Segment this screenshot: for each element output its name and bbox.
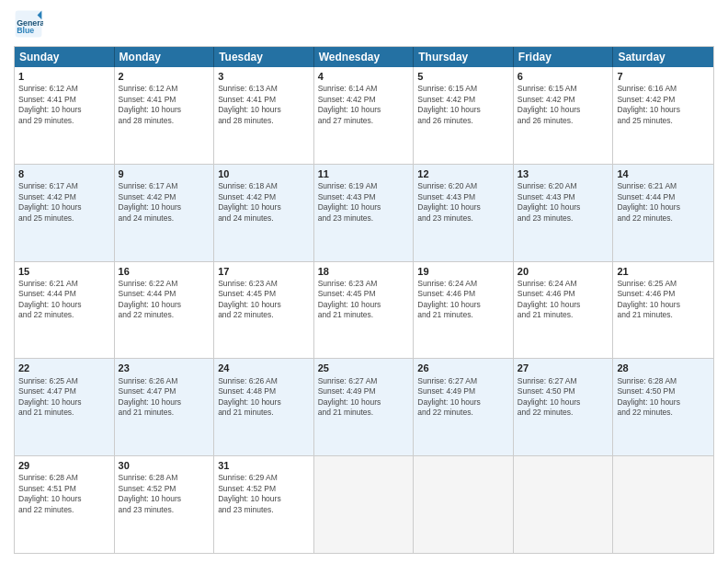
day-cell-4: 4Sunrise: 6:14 AM Sunset: 4:42 PM Daylig…	[314, 67, 415, 164]
day-number: 29	[18, 459, 110, 472]
day-info: Sunrise: 6:25 AM Sunset: 4:46 PM Dayligh…	[617, 279, 710, 321]
day-info: Sunrise: 6:28 AM Sunset: 4:52 PM Dayligh…	[119, 473, 210, 515]
day-number: 11	[318, 167, 410, 180]
empty-cell	[514, 456, 614, 553]
header-cell-thursday: Thursday	[414, 47, 514, 67]
calendar: SundayMondayTuesdayWednesdayThursdayFrid…	[14, 46, 714, 554]
day-info: Sunrise: 6:28 AM Sunset: 4:50 PM Dayligh…	[617, 376, 710, 419]
day-info: Sunrise: 6:27 AM Sunset: 4:50 PM Dayligh…	[518, 376, 609, 419]
day-info: Sunrise: 6:12 AM Sunset: 4:41 PM Dayligh…	[119, 84, 210, 126]
day-cell-22: 22Sunrise: 6:25 AM Sunset: 4:47 PM Dayli…	[15, 359, 115, 455]
day-cell-24: 24Sunrise: 6:26 AM Sunset: 4:48 PM Dayli…	[214, 359, 314, 455]
calendar-row-1: 8Sunrise: 6:17 AM Sunset: 4:42 PM Daylig…	[15, 164, 713, 261]
calendar-row-4: 29Sunrise: 6:28 AM Sunset: 4:51 PM Dayli…	[15, 455, 713, 553]
logo-icon: General Blue	[14, 9, 43, 39]
day-number: 7	[617, 70, 710, 83]
day-number: 2	[119, 70, 210, 83]
day-number: 27	[518, 362, 609, 374]
day-info: Sunrise: 6:17 AM Sunset: 4:42 PM Dayligh…	[119, 181, 210, 224]
day-cell-25: 25Sunrise: 6:27 AM Sunset: 4:49 PM Dayli…	[314, 359, 415, 455]
day-cell-6: 6Sunrise: 6:15 AM Sunset: 4:42 PM Daylig…	[514, 67, 614, 164]
day-number: 5	[417, 70, 509, 83]
header-cell-saturday: Saturday	[613, 47, 713, 67]
day-info: Sunrise: 6:22 AM Sunset: 4:44 PM Dayligh…	[119, 279, 210, 321]
day-info: Sunrise: 6:26 AM Sunset: 4:48 PM Dayligh…	[218, 376, 310, 419]
calendar-header: SundayMondayTuesdayWednesdayThursdayFrid…	[15, 47, 713, 67]
day-info: Sunrise: 6:20 AM Sunset: 4:43 PM Dayligh…	[417, 181, 509, 224]
day-info: Sunrise: 6:18 AM Sunset: 4:42 PM Dayligh…	[218, 181, 310, 224]
header-cell-friday: Friday	[514, 47, 614, 67]
calendar-row-3: 22Sunrise: 6:25 AM Sunset: 4:47 PM Dayli…	[15, 358, 713, 455]
day-cell-13: 13Sunrise: 6:20 AM Sunset: 4:43 PM Dayli…	[514, 165, 614, 261]
day-info: Sunrise: 6:24 AM Sunset: 4:46 PM Dayligh…	[518, 279, 609, 321]
day-info: Sunrise: 6:24 AM Sunset: 4:46 PM Dayligh…	[417, 279, 509, 321]
day-cell-15: 15Sunrise: 6:21 AM Sunset: 4:44 PM Dayli…	[15, 262, 115, 359]
day-cell-1: 1Sunrise: 6:12 AM Sunset: 4:41 PM Daylig…	[15, 67, 115, 164]
day-number: 19	[417, 265, 509, 278]
svg-text:Blue: Blue	[17, 26, 34, 35]
day-number: 8	[18, 167, 110, 180]
header-cell-wednesday: Wednesday	[314, 47, 415, 67]
day-number: 10	[218, 167, 310, 180]
day-number: 4	[318, 70, 410, 83]
day-number: 21	[617, 265, 710, 278]
day-info: Sunrise: 6:17 AM Sunset: 4:42 PM Dayligh…	[18, 181, 110, 224]
day-info: Sunrise: 6:16 AM Sunset: 4:42 PM Dayligh…	[617, 84, 710, 126]
day-number: 1	[18, 70, 110, 83]
day-cell-19: 19Sunrise: 6:24 AM Sunset: 4:46 PM Dayli…	[414, 262, 514, 359]
day-cell-30: 30Sunrise: 6:28 AM Sunset: 4:52 PM Dayli…	[115, 456, 215, 553]
day-number: 15	[18, 265, 110, 278]
day-number: 3	[218, 70, 310, 83]
day-number: 28	[617, 362, 710, 374]
day-number: 9	[119, 167, 210, 180]
day-cell-2: 2Sunrise: 6:12 AM Sunset: 4:41 PM Daylig…	[115, 67, 215, 164]
day-info: Sunrise: 6:25 AM Sunset: 4:47 PM Dayligh…	[18, 376, 110, 419]
calendar-row-0: 1Sunrise: 6:12 AM Sunset: 4:41 PM Daylig…	[15, 67, 713, 164]
page: General Blue SundayMondayTuesdayWednesda…	[0, 0, 728, 563]
day-number: 17	[218, 265, 310, 278]
day-info: Sunrise: 6:21 AM Sunset: 4:44 PM Dayligh…	[18, 279, 110, 321]
header: General Blue	[14, 9, 714, 39]
day-info: Sunrise: 6:14 AM Sunset: 4:42 PM Dayligh…	[318, 84, 410, 126]
day-cell-16: 16Sunrise: 6:22 AM Sunset: 4:44 PM Dayli…	[115, 262, 215, 359]
day-cell-5: 5Sunrise: 6:15 AM Sunset: 4:42 PM Daylig…	[414, 67, 514, 164]
empty-cell	[414, 456, 514, 553]
day-cell-27: 27Sunrise: 6:27 AM Sunset: 4:50 PM Dayli…	[514, 359, 614, 455]
day-number: 18	[318, 265, 410, 278]
day-number: 31	[218, 459, 310, 472]
day-info: Sunrise: 6:12 AM Sunset: 4:41 PM Dayligh…	[18, 84, 110, 126]
day-number: 22	[18, 362, 110, 374]
calendar-row-2: 15Sunrise: 6:21 AM Sunset: 4:44 PM Dayli…	[15, 261, 713, 359]
day-cell-8: 8Sunrise: 6:17 AM Sunset: 4:42 PM Daylig…	[15, 165, 115, 261]
header-cell-sunday: Sunday	[15, 47, 115, 67]
day-cell-10: 10Sunrise: 6:18 AM Sunset: 4:42 PM Dayli…	[214, 165, 314, 261]
day-number: 30	[119, 459, 210, 472]
day-info: Sunrise: 6:27 AM Sunset: 4:49 PM Dayligh…	[417, 376, 509, 419]
day-info: Sunrise: 6:21 AM Sunset: 4:44 PM Dayligh…	[617, 181, 710, 224]
day-number: 16	[119, 265, 210, 278]
day-info: Sunrise: 6:19 AM Sunset: 4:43 PM Dayligh…	[318, 181, 410, 224]
day-cell-28: 28Sunrise: 6:28 AM Sunset: 4:50 PM Dayli…	[613, 359, 713, 455]
empty-cell	[314, 456, 415, 553]
day-number: 24	[218, 362, 310, 374]
day-info: Sunrise: 6:23 AM Sunset: 4:45 PM Dayligh…	[218, 279, 310, 321]
day-number: 6	[518, 70, 609, 83]
day-cell-14: 14Sunrise: 6:21 AM Sunset: 4:44 PM Dayli…	[613, 165, 713, 261]
day-cell-3: 3Sunrise: 6:13 AM Sunset: 4:41 PM Daylig…	[214, 67, 314, 164]
day-cell-29: 29Sunrise: 6:28 AM Sunset: 4:51 PM Dayli…	[15, 456, 115, 553]
day-cell-9: 9Sunrise: 6:17 AM Sunset: 4:42 PM Daylig…	[115, 165, 215, 261]
day-cell-23: 23Sunrise: 6:26 AM Sunset: 4:47 PM Dayli…	[115, 359, 215, 455]
day-info: Sunrise: 6:20 AM Sunset: 4:43 PM Dayligh…	[518, 181, 609, 224]
header-cell-tuesday: Tuesday	[214, 47, 314, 67]
logo: General Blue	[14, 9, 47, 39]
day-cell-26: 26Sunrise: 6:27 AM Sunset: 4:49 PM Dayli…	[414, 359, 514, 455]
day-number: 25	[318, 362, 410, 374]
day-number: 13	[518, 167, 609, 180]
day-info: Sunrise: 6:15 AM Sunset: 4:42 PM Dayligh…	[417, 84, 509, 126]
day-info: Sunrise: 6:13 AM Sunset: 4:41 PM Dayligh…	[218, 84, 310, 126]
day-cell-12: 12Sunrise: 6:20 AM Sunset: 4:43 PM Dayli…	[414, 165, 514, 261]
day-info: Sunrise: 6:27 AM Sunset: 4:49 PM Dayligh…	[318, 376, 410, 419]
day-cell-17: 17Sunrise: 6:23 AM Sunset: 4:45 PM Dayli…	[214, 262, 314, 359]
day-number: 14	[617, 167, 710, 180]
day-info: Sunrise: 6:23 AM Sunset: 4:45 PM Dayligh…	[318, 279, 410, 321]
